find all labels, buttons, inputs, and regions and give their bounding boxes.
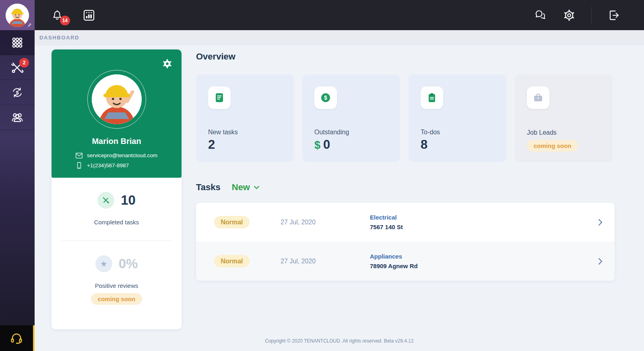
grid-dots-icon [10, 35, 25, 50]
task-address: 7567 140 St [370, 224, 403, 230]
card-value: 8 [421, 138, 494, 152]
tasks-list: Normal 27 Jul, 2020 Electrical 7567 140 … [196, 203, 615, 281]
notifications-button[interactable]: 14 [51, 8, 64, 22]
overview-title: Overview [196, 51, 615, 62]
chevron-right-icon[interactable] [598, 258, 603, 265]
task-info: Appliances 78909 Agnew Rd [370, 253, 418, 269]
stats-divider [61, 240, 172, 241]
settings-button[interactable] [562, 8, 576, 22]
support-button[interactable] [0, 325, 35, 351]
overview-card-todos: To-dos 8 [409, 74, 506, 162]
copyright-text: Copyright © 2020 TENANTCLOUD. All rights… [35, 338, 644, 344]
gear-icon [162, 58, 173, 69]
positive-reviews-value: 0% [119, 256, 138, 271]
crossed-tools-icon [102, 196, 110, 204]
user-avatar-button[interactable] [0, 0, 35, 30]
notifications-badge: 14 [60, 16, 70, 25]
reviews-coming-soon-badge: coming soon [91, 293, 142, 305]
tasks-header: Tasks New [196, 182, 615, 193]
briefcase-icon [527, 86, 549, 109]
sidebar-item-maintenance[interactable]: 2 [0, 55, 35, 80]
money-sync-icon: $ [10, 85, 25, 100]
profile-email-row: servicepro@tenantcloud.com [76, 152, 157, 158]
calendar-icon [82, 8, 96, 22]
task-row[interactable]: Normal 27 Jul, 2020 Electrical 7567 140 … [196, 203, 615, 242]
task-category-link[interactable]: Appliances [370, 253, 418, 260]
svg-text:$: $ [16, 89, 19, 95]
chevron-right-icon[interactable] [598, 219, 603, 226]
priority-badge: Normal [214, 216, 250, 228]
logout-button[interactable] [607, 8, 621, 22]
task-info: Electrical 7567 140 St [370, 214, 403, 230]
messages-button[interactable] [533, 8, 547, 22]
sidebar: 2 $ [0, 30, 35, 351]
headset-icon [9, 330, 24, 346]
sidebar-item-dashboard[interactable] [0, 30, 35, 55]
gear-icon [562, 8, 576, 22]
chevron-down-icon [254, 185, 260, 189]
bob-builder-avatar [6, 4, 29, 27]
breadcrumb: DASHBOARD [39, 35, 79, 41]
profile-settings-button[interactable] [162, 58, 173, 69]
card-label: New tasks [208, 129, 282, 136]
tasks-title: Tasks [196, 182, 221, 193]
tasks-filter-value: New [232, 182, 250, 193]
completed-tasks-label: Completed tasks [52, 219, 182, 226]
smartphone-icon [76, 162, 83, 169]
card-label: Job Leads [527, 129, 601, 136]
profile-header: Marion Brian servicepro@tenantcloud.com … [52, 49, 182, 178]
overview-cards: New tasks 2 $ Outstanding $0 [196, 74, 615, 162]
profile-phone-row: +1(234)567-8987 [76, 162, 157, 169]
calendar-button[interactable] [82, 8, 96, 22]
profile-phone: +1(234)567-8987 [87, 162, 129, 168]
chat-icon [533, 8, 547, 22]
sidebar-item-contacts[interactable] [0, 105, 35, 130]
sidebar-spacer [0, 130, 35, 325]
task-address: 78909 Agnew Rd [370, 263, 418, 269]
profile-card: Marion Brian servicepro@tenantcloud.com … [52, 49, 182, 329]
card-value: 2 [208, 138, 282, 152]
card-value: $0 [314, 138, 388, 152]
completed-tasks-icon [97, 192, 114, 209]
currency-symbol: $ [314, 139, 320, 151]
profile-avatar[interactable] [92, 74, 142, 124]
envelope-icon [76, 153, 83, 158]
note-icon [208, 86, 231, 109]
svg-text:$: $ [324, 94, 327, 101]
completed-tasks-value: 10 [121, 193, 136, 208]
card-label: To-dos [421, 129, 494, 136]
task-category-link[interactable]: Electrical [370, 214, 403, 221]
logout-icon [607, 8, 621, 22]
dollar-circle-icon: $ [314, 86, 337, 109]
breadcrumb-bar: DASHBOARD [35, 30, 644, 45]
bob-builder-avatar [92, 74, 142, 124]
pin-icon[interactable] [26, 22, 32, 28]
overview-section: Overview New tasks 2 $ [196, 49, 615, 351]
task-date: 27 Jul, 2020 [281, 219, 326, 226]
topbar: 14 [35, 0, 644, 30]
maintenance-badge: 2 [19, 58, 29, 68]
task-date: 27 Jul, 2020 [281, 258, 326, 265]
main-content: Marion Brian servicepro@tenantcloud.com … [35, 45, 644, 351]
overview-card-job-leads: Job Leads coming soon [515, 74, 613, 162]
sidebar-item-payments[interactable]: $ [0, 80, 35, 105]
overview-card-new-tasks: New tasks 2 [196, 74, 294, 162]
avatar [6, 4, 29, 27]
avatar-ring [87, 70, 146, 129]
profile-email: servicepro@tenantcloud.com [87, 152, 157, 158]
positive-reviews-label: Positive reviews [52, 282, 182, 289]
task-row[interactable]: Normal 27 Jul, 2020 Appliances 78909 Agn… [196, 242, 615, 281]
tasks-filter-dropdown[interactable]: New [232, 182, 260, 193]
job-leads-coming-soon-badge: coming soon [527, 140, 578, 152]
topbar-divider [591, 7, 592, 24]
priority-badge: Normal [214, 255, 250, 267]
overview-card-outstanding: $ Outstanding $0 [302, 74, 400, 162]
card-label: Outstanding [314, 129, 388, 136]
people-icon [10, 110, 25, 125]
profile-stats: 10 Completed tasks ★ 0% Positive reviews… [52, 178, 182, 305]
reviews-star-icon: ★ [95, 255, 112, 272]
clipboard-icon [421, 86, 443, 109]
profile-name: Marion Brian [52, 137, 182, 146]
